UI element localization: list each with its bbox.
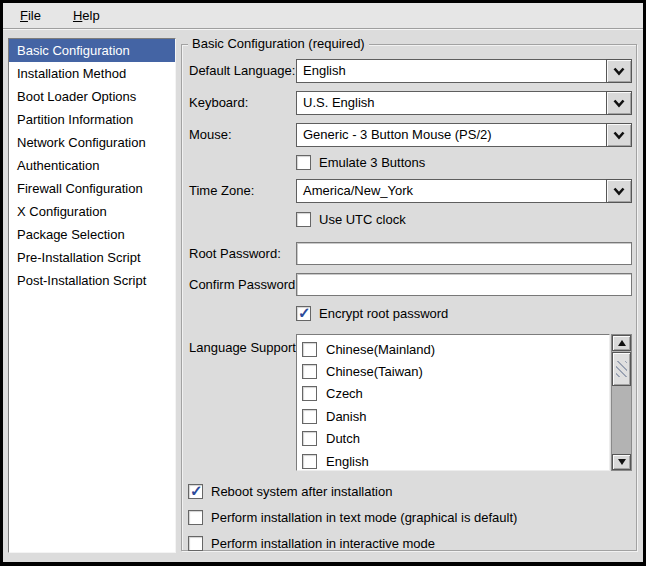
checkbox-box[interactable] (302, 342, 317, 357)
root-password-label: Root Password: (189, 242, 281, 266)
arrow-down-icon (618, 459, 626, 465)
mouse-combo[interactable]: Generic - 3 Button Mouse (PS/2) (296, 123, 632, 147)
sidebar-item-firewall-configuration[interactable]: Firewall Configuration (9, 177, 175, 200)
list-item[interactable]: Czech (297, 383, 609, 405)
sidebar-item-installation-method[interactable]: Installation Method (9, 62, 175, 85)
chevron-down-icon (612, 186, 626, 196)
chevron-down-icon (612, 66, 626, 76)
scroll-down-button[interactable] (612, 454, 631, 470)
checkbox-label: Reboot system after installation (211, 484, 392, 499)
time-zone-label: Time Zone: (189, 179, 254, 203)
list-item[interactable]: Chinese(Mainland) (297, 338, 609, 360)
language-support-label: Language Support: (189, 336, 300, 360)
checkbox-box[interactable] (296, 306, 311, 321)
root-password-field[interactable] (296, 242, 632, 265)
keyboard-dropdown-button[interactable] (606, 91, 632, 115)
checkbox-box[interactable] (188, 536, 203, 551)
default-language-value[interactable]: English (296, 59, 606, 83)
interactive-install-checkbox[interactable]: Perform installation in interactive mode (188, 534, 435, 552)
checkbox-label: Perform installation in interactive mode (211, 536, 435, 551)
language-support-list: Chinese(Mainland) Chinese(Taiwan) Czech … (296, 334, 610, 471)
confirm-password-field[interactable] (296, 273, 632, 296)
time-zone-value[interactable]: America/New_York (296, 179, 606, 203)
menu-file[interactable]: File (10, 5, 51, 26)
keyboard-label: Keyboard: (189, 91, 248, 115)
section-list: Basic Configuration Installation Method … (8, 38, 176, 553)
chevron-down-icon (612, 130, 626, 140)
list-item[interactable]: Dutch (297, 428, 609, 450)
reboot-after-install-checkbox[interactable]: Reboot system after installation (188, 482, 392, 500)
default-language-combo[interactable]: English (296, 59, 632, 83)
default-language-label: Default Language: (189, 59, 295, 83)
checkbox-label: Emulate 3 Buttons (319, 155, 425, 170)
list-item-label: English (326, 454, 369, 469)
checkbox-box[interactable] (188, 484, 203, 499)
checkbox-box[interactable] (302, 364, 317, 379)
checkbox-box[interactable] (296, 212, 311, 227)
checkbox-box[interactable] (302, 386, 317, 401)
sidebar-item-basic-configuration[interactable]: Basic Configuration (9, 39, 175, 62)
time-zone-combo[interactable]: America/New_York (296, 179, 632, 203)
sidebar-item-post-installation-script[interactable]: Post-Installation Script (9, 269, 175, 292)
arrow-up-icon (618, 340, 626, 346)
checkbox-label: Encrypt root password (319, 306, 448, 321)
sidebar-item-pre-installation-script[interactable]: Pre-Installation Script (9, 246, 175, 269)
keyboard-value[interactable]: U.S. English (296, 91, 606, 115)
encrypt-root-password-checkbox[interactable]: Encrypt root password (296, 304, 448, 322)
mouse-dropdown-button[interactable] (606, 123, 632, 147)
emulate-3-buttons-checkbox[interactable]: Emulate 3 Buttons (296, 153, 425, 171)
confirm-password-label: Confirm Password: (189, 273, 299, 297)
checkbox-box[interactable] (302, 431, 317, 446)
list-item-label: Dutch (326, 431, 360, 446)
list-item-label: Chinese(Mainland) (326, 342, 435, 357)
text-mode-install-checkbox[interactable]: Perform installation in text mode (graph… (188, 508, 517, 526)
checkbox-box[interactable] (302, 454, 317, 469)
mouse-label: Mouse: (189, 123, 232, 147)
list-item-label: Danish (326, 409, 366, 424)
checkbox-box[interactable] (188, 510, 203, 525)
keyboard-combo[interactable]: U.S. English (296, 91, 632, 115)
basic-configuration-frame: Basic Configuration (required) Default L… (181, 44, 637, 551)
window-body: File Help Basic Configuration Installati… (0, 0, 646, 566)
list-item-label: Czech (326, 386, 363, 401)
list-item-label: Chinese(Taiwan) (326, 364, 423, 379)
menu-bar: File Help (3, 3, 643, 29)
scrollbar-grip-icon (616, 361, 627, 377)
sidebar-item-authentication[interactable]: Authentication (9, 154, 175, 177)
sidebar-item-partition-information[interactable]: Partition Information (9, 108, 175, 131)
chevron-down-icon (612, 98, 626, 108)
time-zone-dropdown-button[interactable] (606, 179, 632, 203)
use-utc-clock-checkbox[interactable]: Use UTC clock (296, 210, 406, 228)
checkbox-box[interactable] (296, 155, 311, 170)
sidebar-item-package-selection[interactable]: Package Selection (9, 223, 175, 246)
language-list-scrollbar[interactable] (611, 334, 632, 471)
checkbox-label: Use UTC clock (319, 212, 406, 227)
scrollbar-thumb[interactable] (612, 352, 631, 386)
sidebar-item-boot-loader-options[interactable]: Boot Loader Options (9, 85, 175, 108)
sidebar-item-network-configuration[interactable]: Network Configuration (9, 131, 175, 154)
frame-title: Basic Configuration (required) (188, 36, 369, 51)
checkbox-box[interactable] (302, 409, 317, 424)
list-item[interactable]: Danish (297, 405, 609, 427)
kickstart-configurator-window: File Help Basic Configuration Installati… (0, 0, 646, 566)
menu-help[interactable]: Help (63, 5, 110, 26)
scroll-up-button[interactable] (612, 335, 631, 351)
list-item[interactable]: Chinese(Taiwan) (297, 360, 609, 382)
sidebar-item-x-configuration[interactable]: X Configuration (9, 200, 175, 223)
mouse-value[interactable]: Generic - 3 Button Mouse (PS/2) (296, 123, 606, 147)
default-language-dropdown-button[interactable] (606, 59, 632, 83)
checkbox-label: Perform installation in text mode (graph… (211, 510, 517, 525)
list-item[interactable]: English (297, 450, 609, 471)
